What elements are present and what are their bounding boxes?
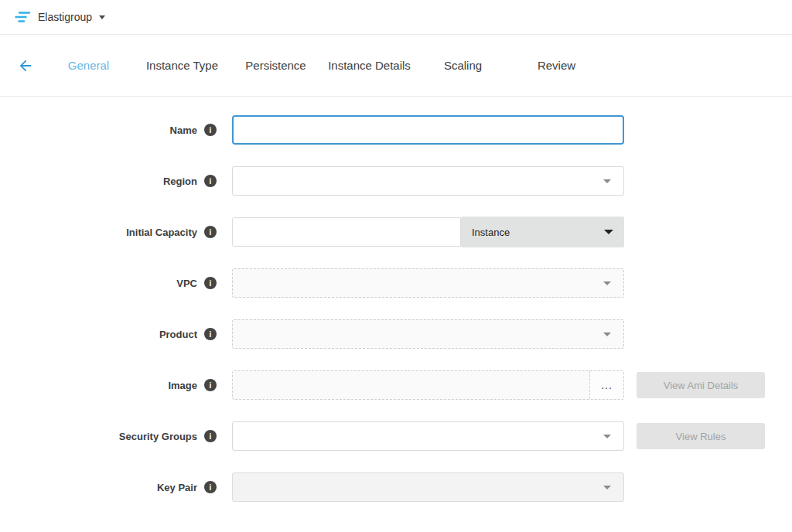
tab-scaling[interactable]: Scaling — [416, 59, 510, 72]
info-icon[interactable]: i — [204, 379, 217, 391]
tab-instance-details[interactable]: Instance Details — [323, 59, 416, 72]
product-select — [232, 319, 624, 349]
region-select[interactable] — [232, 166, 624, 196]
field-row-region: Region i — [0, 166, 792, 196]
tab-review[interactable]: Review — [510, 59, 603, 72]
info-icon[interactable]: i — [204, 226, 217, 238]
info-icon[interactable]: i — [204, 430, 217, 442]
tab-general[interactable]: General — [42, 59, 135, 72]
field-label: Initial Capacity — [126, 227, 197, 238]
field-row-initial-capacity: Initial Capacity i Instance — [0, 217, 792, 247]
key-pair-select[interactable] — [232, 472, 624, 502]
chevron-down-icon — [99, 15, 105, 19]
brand-name: Elastigroup — [38, 11, 92, 23]
name-input[interactable] — [232, 115, 624, 145]
info-icon[interactable]: i — [204, 175, 217, 187]
view-ami-details-button[interactable]: View Ami Details — [637, 372, 765, 398]
tab-persistence[interactable]: Persistence — [229, 59, 323, 72]
capacity-unit-value: Instance — [472, 227, 510, 238]
back-arrow-icon — [17, 57, 34, 74]
field-label: Product — [159, 329, 197, 340]
chevron-down-icon — [604, 230, 613, 234]
vpc-select — [232, 268, 624, 298]
tab-instance-type[interactable]: Instance Type — [135, 59, 229, 72]
field-row-vpc: VPC i — [0, 268, 792, 298]
image-input-value — [233, 371, 589, 399]
info-icon[interactable]: i — [204, 277, 217, 289]
chevron-down-icon — [603, 281, 611, 285]
info-icon[interactable]: i — [204, 124, 217, 136]
chevron-down-icon — [603, 332, 611, 336]
general-form: Name i Region i Initial Capacity i Inst — [0, 97, 792, 502]
image-input: ... — [232, 370, 624, 400]
field-row-security-groups: Security Groups i View Rules — [0, 421, 792, 451]
field-row-product: Product i — [0, 319, 792, 349]
security-groups-select[interactable] — [232, 421, 624, 451]
initial-capacity-input[interactable] — [232, 217, 461, 247]
info-icon[interactable]: i — [204, 328, 217, 340]
capacity-unit-select[interactable]: Instance — [461, 217, 624, 247]
top-bar: Elastigroup — [0, 0, 792, 35]
field-label: VPC — [176, 278, 197, 289]
chevron-down-icon — [603, 486, 611, 489]
view-rules-button[interactable]: View Rules — [637, 423, 765, 449]
brand-menu[interactable]: Elastigroup — [14, 11, 105, 23]
back-button[interactable] — [15, 56, 36, 76]
field-label: Region — [163, 176, 197, 187]
field-row-name: Name i — [0, 115, 792, 145]
browse-image-button[interactable]: ... — [589, 371, 623, 399]
chevron-down-icon — [603, 179, 611, 183]
field-row-key-pair: Key Pair i — [0, 472, 792, 502]
info-icon[interactable]: i — [204, 481, 217, 493]
chevron-down-icon — [603, 435, 611, 438]
field-row-image: Image i ... View Ami Details — [0, 370, 792, 400]
field-label: Security Groups — [119, 431, 197, 442]
elastigroup-logo-icon — [14, 11, 31, 23]
tab-bar: General Instance Type Persistence Instan… — [0, 35, 792, 97]
field-label: Name — [170, 124, 197, 136]
field-label: Key Pair — [157, 482, 197, 493]
field-label: Image — [168, 380, 197, 391]
